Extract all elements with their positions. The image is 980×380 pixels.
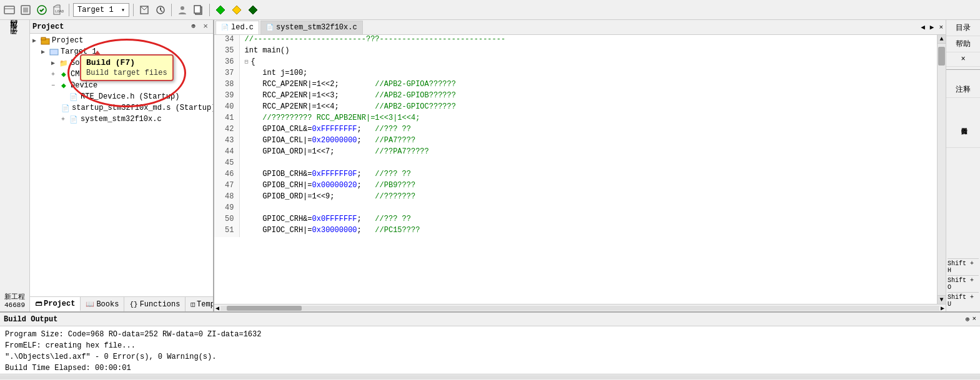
toolbar-sep-2 (133, 4, 134, 16)
panel-pin-btn[interactable]: ⊕ (189, 22, 199, 31)
line-content-34: //-------------------------???----------… (239, 35, 937, 46)
expand-target1: ▶ (41, 48, 49, 56)
right-item-catalog[interactable]: 目录 (946, 20, 980, 36)
toolbar-icon-3[interactable] (35, 3, 49, 17)
h-scroll-left[interactable]: ◀ (214, 304, 220, 312)
right-item-comment[interactable]: 注释 (946, 82, 980, 98)
editor-nav-right[interactable]: ▶ (929, 22, 936, 32)
toolbar-diamond-green[interactable] (214, 3, 227, 17)
tree-item-system[interactable]: + 📄 system_stm32f10x.c (31, 114, 212, 125)
panel-close-btn[interactable]: × (200, 22, 210, 31)
right-item-gantt[interactable]: 插入甘特图 (946, 98, 980, 148)
svg-rect-14 (41, 37, 46, 40)
project-panel-title: Project (32, 22, 64, 31)
editor-tab-led-label: led.c (231, 23, 254, 32)
expand-source-group: ▶ (51, 59, 59, 67)
scroll-track[interactable] (938, 44, 946, 295)
vertical-scrollbar[interactable]: ▲ ▼ (937, 35, 946, 304)
table-row: 45 (214, 158, 937, 170)
tab-books-icon: 📖 (86, 300, 94, 308)
build-line-3: ".\Objects\led.axf" - 0 Error(s), 0 Warn… (5, 351, 975, 363)
h-scroll-right[interactable]: ▶ (939, 304, 946, 312)
tab-templates[interactable]: ◫ Templates (186, 297, 214, 311)
build-output-close[interactable]: × (972, 315, 976, 323)
scroll-down-btn[interactable]: ▼ (938, 295, 946, 304)
line-content-44: GPIOA_ORD|=1<<7; //??PA7????? (239, 147, 937, 158)
h-scroll-thumb[interactable] (227, 306, 302, 311)
line-num-42: 42 (214, 125, 239, 136)
icon-device-diamond: ◆ (59, 80, 69, 90)
toolbar-icon-person[interactable] (176, 3, 189, 17)
toolbar-icon-5[interactable] (137, 3, 151, 17)
tree-label-startup: startup_stm32f10x_md.s (Startup) (72, 104, 213, 112)
toolbar-sep-3 (171, 4, 172, 16)
scroll-thumb[interactable] (938, 47, 945, 66)
build-sub-label: Build target files (86, 69, 167, 77)
right-item-help[interactable]: 帮助 (946, 36, 980, 52)
line-content-51: GPIOC_CRH|=0x30000000; //PC15???? (239, 226, 937, 237)
tree-item-rte[interactable]: 📄 RTE_Device.h (Startup) (31, 91, 212, 102)
build-h-scrollbar[interactable] (0, 374, 980, 380)
table-row: 49 (214, 203, 937, 215)
line-num-44: 44 (214, 147, 239, 158)
tree-label-system: system_stm32f10x.c (81, 115, 162, 124)
tab-functions[interactable]: {} Functions (124, 297, 186, 311)
icon-cmsis-diamond: ◆ (59, 69, 69, 79)
build-output-title: Build Output (4, 315, 57, 324)
horizontal-scrollbar[interactable]: ◀ ▶ (214, 304, 946, 311)
table-row: 38 RCC_AP2ENR|=1<<2; //APB2-GPIOA?????? (214, 80, 937, 91)
toolbar-icon-copy[interactable] (192, 3, 205, 17)
scroll-up-btn[interactable]: ▲ (938, 35, 946, 44)
target-label: Target 1 (77, 6, 114, 14)
left-tabs: 🗃 Project 📖 Books {} Functions ◫ Templat… (30, 296, 213, 311)
icon-rte-file: 📄 (69, 92, 79, 102)
target-dropdown[interactable]: Target 1 ▾ (73, 3, 129, 17)
build-output-content: Program Size: Code=968 RO-data=252 RW-da… (0, 326, 980, 374)
table-row: 36 ⊟{ (214, 57, 937, 69)
toolbar-icon-6[interactable] (154, 3, 167, 17)
editor-tab-close-btn[interactable]: × (938, 22, 944, 32)
toolbar-icon-2[interactable] (19, 3, 32, 17)
line-num-39: 39 (214, 91, 239, 102)
svg-text:LOAD: LOAD (55, 9, 64, 14)
line-num-34: 34 (214, 35, 239, 46)
table-row: 40 RCC_AP2ENR|=1<<4; //APB2-GPIOC?????? (214, 102, 937, 114)
tree-item-device[interactable]: − ◆ Device (31, 80, 212, 91)
code-editor[interactable]: 34 //-------------------------???-------… (214, 35, 937, 304)
h-scroll-track[interactable] (220, 306, 939, 311)
build-scroll-track[interactable] (0, 375, 980, 379)
project-panel: Project ⊕ × Build (F7) Build target file… (30, 20, 214, 311)
shortcut-1: Shift + H (948, 258, 979, 275)
editor-tab-system[interactable]: 📄 system_stm32f10x.c (260, 21, 363, 34)
table-row: 48 GPIOB_ORD|=1<<9; //??????? (214, 192, 937, 203)
editor-tab-led[interactable]: 📄 led.c (215, 21, 259, 34)
toolbar-diamond-yellow[interactable] (230, 3, 244, 17)
right-item-close[interactable]: × (946, 52, 980, 67)
table-row: 42 GPIOA_CRL&=0xFFFFFFFF; //??? ?? (214, 125, 937, 136)
build-output-pin[interactable]: ⊕ (966, 315, 970, 323)
expand-device: − (51, 82, 59, 89)
editor-nav-left[interactable]: ◀ (919, 22, 926, 32)
tab-books-label: Books (96, 300, 119, 309)
right-separator (946, 69, 980, 82)
line-num-50: 50 (214, 215, 239, 226)
svg-rect-15 (50, 49, 58, 55)
tab-project[interactable]: 🗃 Project (30, 297, 81, 311)
tree-item-startup[interactable]: 📄 startup_stm32f10x_md.s (Startup) (31, 102, 212, 114)
line-content-36: ⊟{ (239, 57, 937, 69)
table-row: 51 GPIOC_CRH|=0x30000000; //PC15???? (214, 226, 937, 237)
toolbar-icon-4[interactable]: LOAD (51, 3, 65, 17)
toolbar-icon-1[interactable] (2, 3, 16, 17)
table-row: 35 int main() (214, 46, 937, 57)
toolbar-diamond-darkgreen[interactable] (246, 3, 260, 17)
build-line-2: FromELF: creating hex file... (5, 340, 975, 351)
line-content-49 (239, 203, 937, 215)
tree-item-root[interactable]: ▶ Project (31, 35, 212, 46)
svg-line-9 (161, 10, 162, 12)
line-num-43: 43 (214, 136, 239, 147)
tab-books[interactable]: 📖 Books (81, 297, 124, 311)
line-content-47: GPIOB_CRH|=0x00000020; //PB9???? (239, 181, 937, 192)
line-content-50: GPIOC_CRH&=0x0FFFFFFF; //??? ?? (239, 215, 937, 226)
dropdown-arrow: ▾ (121, 6, 125, 14)
table-row: 41 //????????? RCC_APB2ENR|=1<<3|1<<4; (214, 114, 937, 125)
